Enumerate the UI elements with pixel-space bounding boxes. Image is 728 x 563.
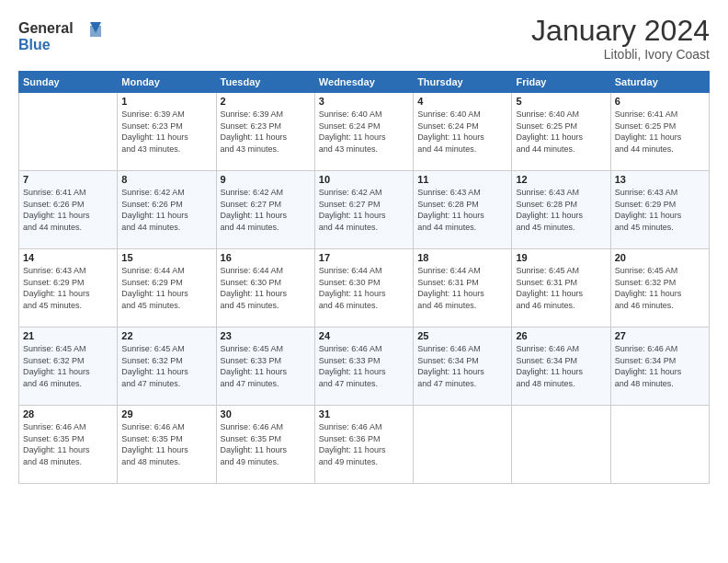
- day-number: 30: [221, 408, 311, 419]
- day-number: 28: [23, 408, 113, 419]
- day-info: Sunrise: 6:45 AM Sunset: 6:32 PM Dayligh…: [121, 343, 211, 389]
- week-row-4: 21Sunrise: 6:45 AM Sunset: 6:32 PM Dayli…: [19, 327, 710, 406]
- svg-marker-3: [90, 26, 101, 37]
- day-info: Sunrise: 6:42 AM Sunset: 6:26 PM Dayligh…: [121, 187, 211, 233]
- table-row: 7Sunrise: 6:41 AM Sunset: 6:26 PM Daylig…: [19, 171, 118, 249]
- day-number: 10: [319, 174, 409, 185]
- day-info: Sunrise: 6:43 AM Sunset: 6:28 PM Dayligh…: [417, 187, 507, 233]
- day-number: 31: [319, 408, 409, 419]
- logo: General Blue: [18, 15, 101, 59]
- day-info: Sunrise: 6:46 AM Sunset: 6:35 PM Dayligh…: [221, 421, 311, 467]
- table-row: 22Sunrise: 6:45 AM Sunset: 6:32 PM Dayli…: [118, 327, 216, 406]
- table-row: 27Sunrise: 6:46 AM Sunset: 6:34 PM Dayli…: [610, 327, 709, 406]
- table-row: [610, 406, 709, 484]
- day-number: 5: [516, 96, 606, 107]
- day-number: 22: [121, 330, 211, 341]
- week-row-1: 1Sunrise: 6:39 AM Sunset: 6:23 PM Daylig…: [19, 93, 710, 171]
- header-monday: Monday: [118, 72, 216, 93]
- day-info: Sunrise: 6:39 AM Sunset: 6:23 PM Dayligh…: [121, 109, 211, 155]
- table-row: 6Sunrise: 6:41 AM Sunset: 6:25 PM Daylig…: [610, 93, 709, 171]
- table-row: 17Sunrise: 6:44 AM Sunset: 6:30 PM Dayli…: [314, 249, 413, 327]
- table-row: 23Sunrise: 6:45 AM Sunset: 6:33 PM Dayli…: [216, 327, 314, 406]
- day-info: Sunrise: 6:44 AM Sunset: 6:29 PM Dayligh…: [121, 265, 211, 311]
- day-info: Sunrise: 6:40 AM Sunset: 6:25 PM Dayligh…: [516, 109, 606, 155]
- page: General Blue January 2024 Litobli, Ivory…: [0, 0, 728, 563]
- day-number: 21: [23, 330, 113, 341]
- header-saturday: Saturday: [610, 72, 709, 93]
- table-row: 29Sunrise: 6:46 AM Sunset: 6:35 PM Dayli…: [118, 406, 216, 484]
- header-sunday: Sunday: [19, 72, 118, 93]
- day-info: Sunrise: 6:46 AM Sunset: 6:33 PM Dayligh…: [319, 343, 409, 389]
- day-number: 8: [121, 174, 211, 185]
- calendar-table: Sunday Monday Tuesday Wednesday Thursday…: [18, 71, 710, 484]
- day-info: Sunrise: 6:46 AM Sunset: 6:34 PM Dayligh…: [615, 343, 705, 389]
- header: General Blue January 2024 Litobli, Ivory…: [18, 15, 710, 62]
- day-number: 9: [221, 174, 311, 185]
- day-info: Sunrise: 6:40 AM Sunset: 6:24 PM Dayligh…: [417, 109, 507, 155]
- day-info: Sunrise: 6:43 AM Sunset: 6:28 PM Dayligh…: [516, 187, 606, 233]
- day-number: 3: [319, 96, 409, 107]
- table-row: 15Sunrise: 6:44 AM Sunset: 6:29 PM Dayli…: [118, 249, 216, 327]
- table-row: 28Sunrise: 6:46 AM Sunset: 6:35 PM Dayli…: [19, 406, 118, 484]
- table-row: 26Sunrise: 6:46 AM Sunset: 6:34 PM Dayli…: [512, 327, 610, 406]
- week-row-3: 14Sunrise: 6:43 AM Sunset: 6:29 PM Dayli…: [19, 249, 710, 327]
- day-info: Sunrise: 6:45 AM Sunset: 6:31 PM Dayligh…: [516, 265, 606, 311]
- table-row: 21Sunrise: 6:45 AM Sunset: 6:32 PM Dayli…: [19, 327, 118, 406]
- table-row: 30Sunrise: 6:46 AM Sunset: 6:35 PM Dayli…: [216, 406, 314, 484]
- day-info: Sunrise: 6:43 AM Sunset: 6:29 PM Dayligh…: [615, 187, 705, 233]
- day-number: 6: [615, 96, 705, 107]
- day-info: Sunrise: 6:45 AM Sunset: 6:32 PM Dayligh…: [615, 265, 705, 311]
- table-row: 3Sunrise: 6:40 AM Sunset: 6:24 PM Daylig…: [314, 93, 413, 171]
- day-info: Sunrise: 6:46 AM Sunset: 6:35 PM Dayligh…: [121, 421, 211, 467]
- table-row: 2Sunrise: 6:39 AM Sunset: 6:23 PM Daylig…: [216, 93, 314, 171]
- day-number: 4: [417, 96, 507, 107]
- day-info: Sunrise: 6:44 AM Sunset: 6:30 PM Dayligh…: [319, 265, 409, 311]
- day-number: 18: [417, 252, 507, 263]
- logo-text: General Blue: [18, 15, 101, 59]
- day-info: Sunrise: 6:46 AM Sunset: 6:35 PM Dayligh…: [23, 421, 113, 467]
- day-number: 29: [121, 408, 211, 419]
- day-number: 14: [23, 252, 113, 263]
- table-row: 19Sunrise: 6:45 AM Sunset: 6:31 PM Dayli…: [512, 249, 610, 327]
- table-row: 31Sunrise: 6:46 AM Sunset: 6:36 PM Dayli…: [314, 406, 413, 484]
- table-row: 18Sunrise: 6:44 AM Sunset: 6:31 PM Dayli…: [414, 249, 512, 327]
- week-row-5: 28Sunrise: 6:46 AM Sunset: 6:35 PM Dayli…: [19, 406, 710, 484]
- table-row: 13Sunrise: 6:43 AM Sunset: 6:29 PM Dayli…: [610, 171, 709, 249]
- header-wednesday: Wednesday: [314, 72, 413, 93]
- table-row: [19, 93, 118, 171]
- header-thursday: Thursday: [414, 72, 512, 93]
- day-number: 11: [417, 174, 507, 185]
- day-number: 13: [615, 174, 705, 185]
- table-row: 8Sunrise: 6:42 AM Sunset: 6:26 PM Daylig…: [118, 171, 216, 249]
- table-row: 10Sunrise: 6:42 AM Sunset: 6:27 PM Dayli…: [314, 171, 413, 249]
- day-info: Sunrise: 6:45 AM Sunset: 6:32 PM Dayligh…: [23, 343, 113, 389]
- day-number: 25: [417, 330, 507, 341]
- day-number: 26: [516, 330, 606, 341]
- table-row: 12Sunrise: 6:43 AM Sunset: 6:28 PM Dayli…: [512, 171, 610, 249]
- table-row: 1Sunrise: 6:39 AM Sunset: 6:23 PM Daylig…: [118, 93, 216, 171]
- day-info: Sunrise: 6:41 AM Sunset: 6:25 PM Dayligh…: [615, 109, 705, 155]
- day-info: Sunrise: 6:46 AM Sunset: 6:34 PM Dayligh…: [516, 343, 606, 389]
- day-info: Sunrise: 6:46 AM Sunset: 6:34 PM Dayligh…: [417, 343, 507, 389]
- table-row: 20Sunrise: 6:45 AM Sunset: 6:32 PM Dayli…: [610, 249, 709, 327]
- week-row-2: 7Sunrise: 6:41 AM Sunset: 6:26 PM Daylig…: [19, 171, 710, 249]
- table-row: 16Sunrise: 6:44 AM Sunset: 6:30 PM Dayli…: [216, 249, 314, 327]
- table-row: 25Sunrise: 6:46 AM Sunset: 6:34 PM Dayli…: [414, 327, 512, 406]
- day-number: 7: [23, 174, 113, 185]
- day-info: Sunrise: 6:44 AM Sunset: 6:30 PM Dayligh…: [221, 265, 311, 311]
- day-info: Sunrise: 6:42 AM Sunset: 6:27 PM Dayligh…: [221, 187, 311, 233]
- day-info: Sunrise: 6:46 AM Sunset: 6:36 PM Dayligh…: [319, 421, 409, 467]
- day-info: Sunrise: 6:41 AM Sunset: 6:26 PM Dayligh…: [23, 187, 113, 233]
- day-info: Sunrise: 6:44 AM Sunset: 6:31 PM Dayligh…: [417, 265, 507, 311]
- day-number: 16: [221, 252, 311, 263]
- day-info: Sunrise: 6:40 AM Sunset: 6:24 PM Dayligh…: [319, 109, 409, 155]
- weekday-header-row: Sunday Monday Tuesday Wednesday Thursday…: [19, 72, 710, 93]
- day-info: Sunrise: 6:42 AM Sunset: 6:27 PM Dayligh…: [319, 187, 409, 233]
- table-row: 24Sunrise: 6:46 AM Sunset: 6:33 PM Dayli…: [314, 327, 413, 406]
- header-tuesday: Tuesday: [216, 72, 314, 93]
- table-row: [512, 406, 610, 484]
- title-block: January 2024 Litobli, Ivory Coast: [531, 15, 710, 62]
- svg-text:General: General: [18, 20, 74, 36]
- day-number: 15: [121, 252, 211, 263]
- table-row: 11Sunrise: 6:43 AM Sunset: 6:28 PM Dayli…: [414, 171, 512, 249]
